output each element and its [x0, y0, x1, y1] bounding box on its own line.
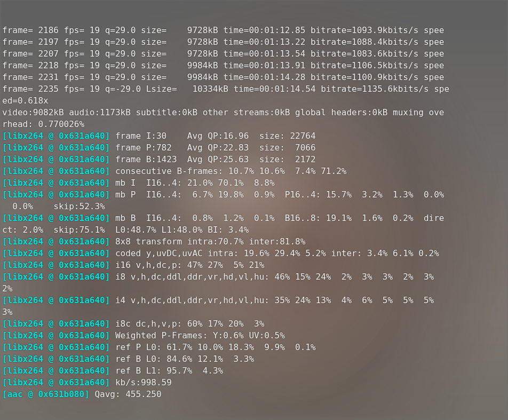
- log-text: i16 v,h,dc,p: 47% 27% 5% 21%: [115, 260, 264, 270]
- terminal-line: frame= 2207 fps= 19 q=29.0 size= 9728kB …: [2, 48, 506, 60]
- log-text: video:9082kB audio:1173kB subtitle:0kB o…: [2, 107, 444, 117]
- terminal-line: 2%: [2, 283, 506, 295]
- log-tag: [libx264 @ 0x631a640]: [2, 154, 115, 164]
- log-text: Qavg: 455.250: [94, 389, 161, 399]
- log-text: i8 v,h,dc,ddl,ddr,vr,hd,vl,hu: 46% 15% 2…: [115, 272, 444, 282]
- terminal-line: [libx264 @ 0x631a640] consecutive B-fram…: [2, 165, 506, 177]
- log-tag: [libx264 @ 0x631a640]: [2, 248, 115, 258]
- terminal-line: frame= 2197 fps= 19 q=29.0 size= 9728kB …: [2, 36, 506, 48]
- log-text: kb/s:998.59: [115, 377, 172, 387]
- log-tag: [libx264 @ 0x631a640]: [2, 131, 115, 141]
- terminal-line: [libx264 @ 0x631a640] mb I I16..4: 21.0%…: [2, 177, 506, 189]
- log-tag: [libx264 @ 0x631a640]: [2, 260, 115, 270]
- terminal-line: [libx264 @ 0x631a640] i4 v,h,dc,ddl,ddr,…: [2, 295, 506, 306]
- log-tag: [libx264 @ 0x631a640]: [2, 319, 115, 329]
- terminal-line: video:9082kB audio:1173kB subtitle:0kB o…: [2, 107, 506, 118]
- log-tag: [libx264 @ 0x631a640]: [2, 330, 115, 340]
- log-text: consecutive B-frames: 10.7% 10.6% 7.4% 7…: [115, 166, 346, 176]
- terminal-line: frame= 2186 fps= 19 q=29.0 size= 9728kB …: [2, 25, 506, 36]
- terminal-line: frame= 2231 fps= 19 q=29.0 size= 9984kB …: [2, 72, 506, 83]
- log-text: ref B L1: 95.7% 4.3%: [115, 366, 223, 376]
- terminal-line: [libx264 @ 0x631a640] i8 v,h,dc,ddl,ddr,…: [2, 271, 506, 283]
- log-text: ed=0.618x: [2, 96, 49, 106]
- log-text: mb B I16..4: 0.8% 1.2% 0.1% B16..8: 19.1…: [115, 213, 444, 223]
- terminal-line: [libx264 @ 0x631a640] ref B L0: 84.6% 12…: [2, 353, 506, 365]
- log-tag: [aac @ 0x631b080]: [2, 389, 94, 399]
- log-tag: [libx264 @ 0x631a640]: [2, 272, 115, 282]
- terminal-line: [libx264 @ 0x631a640] i16 v,h,dc,p: 47% …: [2, 259, 506, 271]
- terminal-line: [libx264 @ 0x631a640] coded y,uvDC,uvAC …: [2, 248, 506, 259]
- log-text: frame P:782 Avg QP:22.83 size: 7066: [115, 142, 316, 153]
- log-tag: [libx264 @ 0x631a640]: [2, 295, 115, 305]
- log-tag: [libx264 @ 0x631a640]: [2, 342, 115, 352]
- terminal-line: [libx264 @ 0x631a640] frame P:782 Avg QP…: [2, 142, 506, 154]
- terminal-line: [libx264 @ 0x631a640] kb/s:998.59: [2, 377, 506, 389]
- log-text: Weighted P-Frames: Y:0.6% UV:0.5%: [115, 330, 285, 340]
- terminal-line: [libx264 @ 0x631a640] i8c dc,h,v,p: 60% …: [2, 318, 506, 330]
- terminal-line: 3%: [2, 306, 506, 318]
- log-tag: [libx264 @ 0x631a640]: [2, 213, 115, 223]
- log-tag: [libx264 @ 0x631a640]: [2, 236, 115, 247]
- log-text: i4 v,h,dc,ddl,ddr,vr,hd,vl,hu: 35% 24% 1…: [115, 295, 444, 305]
- terminal-line: [libx264 @ 0x631a640] 8x8 transform intr…: [2, 236, 506, 248]
- terminal-line: 0.0% skip:52.3%: [2, 201, 506, 212]
- log-text: frame B:1423 Avg QP:25.63 size: 2172: [115, 154, 316, 164]
- log-text: ct: 2.0% skip:75.1% L0:48.7% L1:48.0% BI…: [2, 225, 249, 235]
- log-text: ref P L0: 61.7% 10.0% 18.3% 9.9% 0.1%: [115, 342, 316, 352]
- log-text: frame= 2218 fps= 19 q=29.0 size= 9984kB …: [2, 60, 444, 70]
- terminal-line: [libx264 @ 0x631a640] ref B L1: 95.7% 4.…: [2, 365, 506, 377]
- log-text: i8c dc,h,v,p: 60% 17% 20% 3%: [115, 319, 264, 329]
- terminal-line: frame= 2218 fps= 19 q=29.0 size= 9984kB …: [2, 60, 506, 72]
- log-text: 8x8 transform intra:70.7% inter:81.8%: [115, 236, 305, 247]
- log-text: frame I:30 Avg QP:16.96 size: 22764: [115, 131, 316, 141]
- log-text: frame= 2235 fps= 19 q=-29.0 Lsize= 10334…: [2, 84, 449, 94]
- log-tag: [libx264 @ 0x631a640]: [2, 366, 115, 376]
- terminal-line: ed=0.618x: [2, 95, 506, 107]
- log-tag: [libx264 @ 0x631a640]: [2, 142, 115, 153]
- log-text: mb P I16..4: 6.7% 19.8% 0.9% P16..4: 15.…: [115, 189, 444, 200]
- log-text: frame= 2186 fps= 19 q=29.0 size= 9728kB …: [2, 25, 444, 35]
- log-tag: [libx264 @ 0x631a640]: [2, 377, 115, 387]
- terminal-line: [libx264 @ 0x631a640] Weighted P-Frames:…: [2, 330, 506, 342]
- log-tag: [libx264 @ 0x631a640]: [2, 189, 115, 200]
- terminal-line: [libx264 @ 0x631a640] frame I:30 Avg QP:…: [2, 130, 506, 142]
- log-text: coded y,uvDC,uvAC intra: 19.6% 29.4% 5.2…: [115, 248, 439, 258]
- log-tag: [libx264 @ 0x631a640]: [2, 354, 115, 364]
- terminal-line: [libx264 @ 0x631a640] mb B I16..4: 0.8% …: [2, 212, 506, 224]
- log-text: frame= 2207 fps= 19 q=29.0 size= 9728kB …: [2, 49, 444, 59]
- log-text: frame= 2231 fps= 19 q=29.0 size= 9984kB …: [2, 72, 444, 82]
- log-text: mb I I16..4: 21.0% 70.1% 8.8%: [115, 178, 275, 188]
- terminal-line: ct: 2.0% skip:75.1% L0:48.7% L1:48.0% BI…: [2, 224, 506, 236]
- terminal-line: [libx264 @ 0x631a640] mb P I16..4: 6.7% …: [2, 189, 506, 201]
- log-tag: [libx264 @ 0x631a640]: [2, 178, 115, 188]
- log-text: rhead: 0.770026%: [2, 119, 84, 129]
- log-tag: [libx264 @ 0x631a640]: [2, 166, 115, 176]
- log-text: ref B L0: 84.6% 12.1% 3.3%: [115, 354, 254, 364]
- terminal-output[interactable]: frame= 2186 fps= 19 q=29.0 size= 9728kB …: [0, 0, 508, 420]
- terminal-line: rhead: 0.770026%: [2, 118, 506, 130]
- terminal-line: [libx264 @ 0x631a640] frame B:1423 Avg Q…: [2, 154, 506, 165]
- terminal-line: frame= 2235 fps= 19 q=-29.0 Lsize= 10334…: [2, 83, 506, 95]
- terminal-line: [libx264 @ 0x631a640] ref P L0: 61.7% 10…: [2, 342, 506, 353]
- terminal-line: [aac @ 0x631b080] Qavg: 455.250: [2, 389, 506, 400]
- log-text: frame= 2197 fps= 19 q=29.0 size= 9728kB …: [2, 37, 444, 47]
- log-text: 0.0% skip:52.3%: [2, 201, 105, 211]
- log-text: 3%: [2, 307, 12, 317]
- log-text: 2%: [2, 283, 12, 294]
